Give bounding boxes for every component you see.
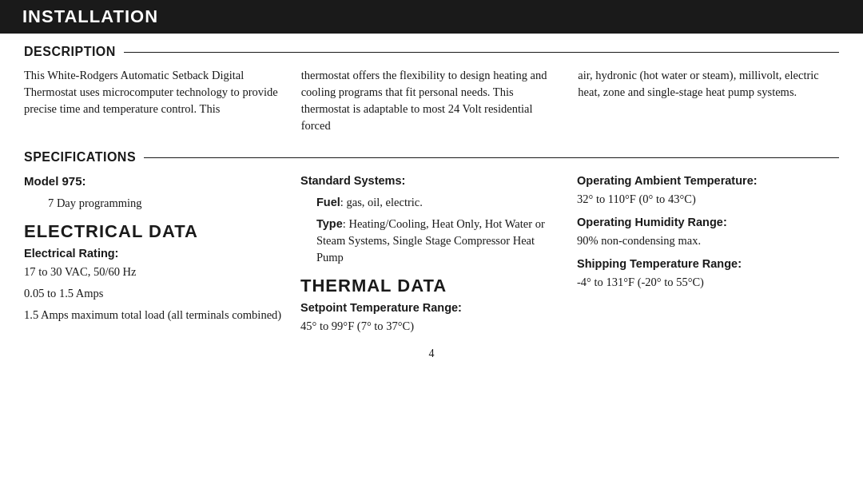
fuel-line: Fuel: gas, oil, electric. [300,194,563,211]
electrical-rating-line3: 1.5 Amps maximum total load (all termina… [24,307,286,323]
type-line: Type: Heating/Cooling, Heat Only, Hot Wa… [300,216,563,266]
shipping-temp-label: Shipping Temperature Range: [577,256,839,272]
standard-systems-label: Standard Systems: [300,173,563,189]
page-number-text: 4 [429,347,435,359]
electrical-rating-line1: 17 to 30 VAC, 50/60 Hz [24,264,286,280]
type-label: Type [316,217,343,230]
description-text-2: thermostat offers the flexibility to des… [301,67,563,134]
specs-columns: Model 975: 7 Day programming ELECTRICAL … [24,173,839,339]
fuel-label: Fuel [316,196,340,208]
description-text-1: This White-Rodgers Automatic Setback Dig… [24,67,285,117]
description-col1: This White-Rodgers Automatic Setback Dig… [24,67,301,139]
electrical-heading: ELECTRICAL DATA [24,221,286,242]
operating-humidity-label: Operating Humidity Range: [577,214,839,231]
description-col3: air, hydronic (hot water or steam), mill… [578,67,839,139]
setpoint-value: 45° to 99°F (7° to 37°C) [300,318,563,335]
description-text-3: air, hydronic (hot water or steam), mill… [578,67,839,101]
page-title: INSTALLATION [22,6,158,27]
electrical-rating-line2: 0.05 to 1.5 Amps [24,285,286,302]
specifications-heading-label: SPECIFICATIONS [24,150,144,165]
standard-systems-label-text: Standard Systems: [300,174,405,187]
description-divider [124,52,839,53]
model-label: Model 975: [24,173,286,190]
specifications-divider [144,157,839,158]
page-number: 4 [24,347,839,360]
specs-col3: Operating Ambient Temperature: 32° to 11… [577,173,839,339]
model-value: 7 Day programming [24,195,286,212]
description-heading-label: DESCRIPTION [24,45,124,59]
setpoint-label: Setpoint Temperature Range: [300,300,563,316]
operating-ambient-value: 32° to 110°F (0° to 43°C) [577,191,839,208]
shipping-temp-value: -4° to 131°F (-20° to 55°C) [577,274,839,291]
electrical-rating-label: Electrical Rating: [24,245,286,262]
description-heading: DESCRIPTION [24,45,839,59]
content: DESCRIPTION This White-Rodgers Automatic… [0,45,863,360]
operating-ambient-label: Operating Ambient Temperature: [577,173,839,189]
specs-col2: Standard Systems: Fuel: gas, oil, electr… [300,173,577,339]
thermal-heading: THERMAL DATA [300,276,563,296]
operating-humidity-value: 90% non-condensing max. [577,232,839,249]
page: INSTALLATION DESCRIPTION This White-Rodg… [0,0,863,504]
header-bar: INSTALLATION [0,0,863,34]
type-value: : Heating/Cooling, Heat Only, Hot Water … [316,217,545,264]
specs-col1: Model 975: 7 Day programming ELECTRICAL … [24,173,300,339]
description-col2: thermostat offers the flexibility to des… [301,67,579,139]
fuel-value: : gas, oil, electric. [340,196,423,208]
specifications-heading: SPECIFICATIONS [24,150,839,165]
description-columns: This White-Rodgers Automatic Setback Dig… [24,67,839,139]
